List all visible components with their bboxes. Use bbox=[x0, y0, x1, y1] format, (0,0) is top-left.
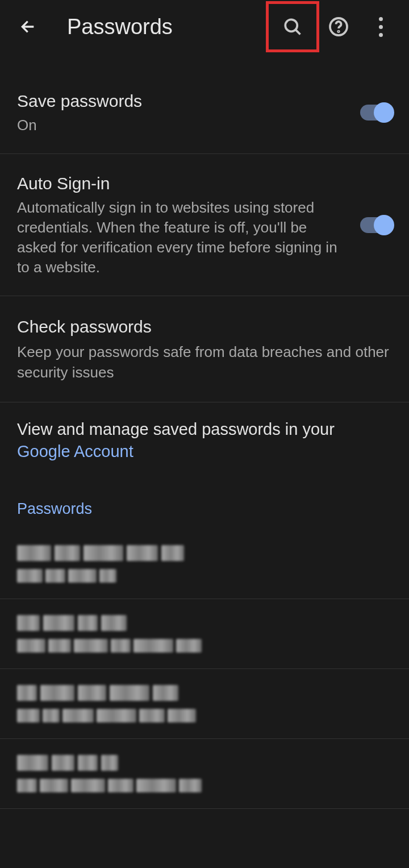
password-site-redacted bbox=[17, 615, 392, 631]
password-user-redacted bbox=[17, 709, 392, 722]
app-header: Passwords bbox=[0, 0, 409, 53]
save-passwords-content: Save passwords On bbox=[17, 90, 360, 135]
password-entry[interactable] bbox=[0, 529, 409, 599]
search-icon bbox=[282, 16, 303, 37]
password-entry[interactable] bbox=[0, 599, 409, 669]
check-passwords-title: Check passwords bbox=[17, 315, 392, 338]
auto-signin-toggle[interactable] bbox=[360, 217, 392, 233]
auto-signin-description: Automatically sign in to websites using … bbox=[17, 198, 343, 277]
manage-passwords-section: View and manage saved passwords in your … bbox=[0, 402, 409, 483]
search-highlight-box bbox=[266, 1, 319, 52]
google-account-link[interactable]: Google Account bbox=[17, 442, 133, 460]
help-button[interactable] bbox=[326, 14, 351, 39]
save-passwords-toggle[interactable] bbox=[360, 105, 392, 121]
password-entry[interactable] bbox=[0, 669, 409, 739]
auto-signin-row[interactable]: Auto Sign-in Automatically sign in to we… bbox=[0, 154, 409, 296]
password-site-redacted bbox=[17, 755, 392, 771]
save-passwords-row[interactable]: Save passwords On bbox=[0, 72, 409, 154]
passwords-section-label: Passwords bbox=[0, 483, 409, 529]
more-options-button[interactable] bbox=[369, 17, 392, 37]
password-site-redacted bbox=[17, 545, 392, 561]
auto-signin-content: Auto Sign-in Automatically sign in to we… bbox=[17, 172, 360, 277]
svg-point-2 bbox=[338, 31, 339, 32]
save-passwords-title: Save passwords bbox=[17, 90, 343, 112]
password-site-redacted bbox=[17, 685, 392, 701]
dot-icon bbox=[379, 25, 383, 29]
check-passwords-description: Keep your passwords safe from data breac… bbox=[17, 342, 392, 382]
page-title: Passwords bbox=[67, 15, 277, 39]
check-passwords-row[interactable]: Check passwords Keep your passwords safe… bbox=[0, 296, 409, 402]
password-entry[interactable] bbox=[0, 739, 409, 809]
search-button[interactable] bbox=[280, 14, 305, 39]
toggle-knob bbox=[374, 215, 394, 235]
svg-point-0 bbox=[285, 19, 297, 31]
back-button[interactable] bbox=[17, 15, 40, 38]
manage-prefix: View and manage saved passwords in your bbox=[17, 420, 335, 438]
auto-signin-title: Auto Sign-in bbox=[17, 172, 343, 194]
help-icon bbox=[328, 16, 349, 37]
header-actions bbox=[277, 11, 392, 42]
toggle-knob bbox=[374, 102, 394, 123]
save-passwords-status: On bbox=[17, 115, 343, 135]
arrow-left-icon bbox=[19, 18, 37, 36]
password-user-redacted bbox=[17, 639, 392, 653]
password-user-redacted bbox=[17, 779, 392, 792]
dot-icon bbox=[379, 33, 383, 37]
manage-text: View and manage saved passwords in your … bbox=[17, 418, 392, 463]
password-user-redacted bbox=[17, 569, 392, 583]
dot-icon bbox=[379, 17, 383, 21]
